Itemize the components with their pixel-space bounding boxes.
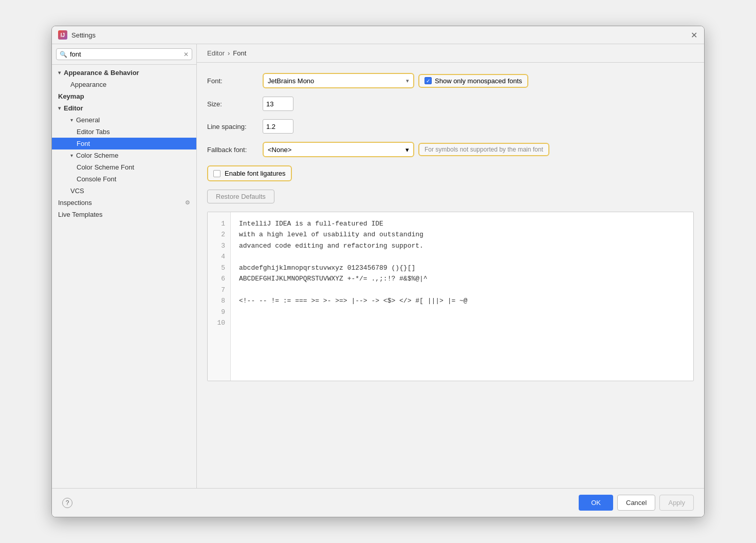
bottom-bar: ? OK Cancel Apply xyxy=(52,488,704,517)
sidebar-item-label: VCS xyxy=(70,187,84,195)
breadcrumb-parent: Editor xyxy=(207,49,225,57)
close-button[interactable]: ✕ xyxy=(690,31,698,39)
line-num-6: 6 xyxy=(213,273,225,284)
sidebar-item-live-templates[interactable]: Live Templates xyxy=(52,209,196,220)
show-monospaced-checkbox[interactable] xyxy=(425,77,432,84)
cancel-button[interactable]: Cancel xyxy=(617,495,655,511)
sidebar: 🔍 ✕ Appearance & Behavior Appearance Key… xyxy=(52,44,197,488)
ligatures-label: Enable font ligatures xyxy=(225,170,286,177)
sidebar-item-editor-tabs[interactable]: Editor Tabs xyxy=(52,126,196,138)
line-num-10: 10 xyxy=(213,317,225,328)
sidebar-item-label: General xyxy=(76,116,100,124)
title-bar: IJ Settings ✕ xyxy=(52,26,704,44)
expand-icon xyxy=(58,105,61,111)
sidebar-item-label: Live Templates xyxy=(58,211,102,218)
line-numbers: 1 2 3 4 5 6 7 8 9 10 xyxy=(208,212,231,381)
ok-button[interactable]: OK xyxy=(579,495,613,511)
font-value: JetBrains Mono xyxy=(268,77,314,85)
sidebar-item-keymap[interactable]: Keymap xyxy=(52,90,196,102)
size-input[interactable] xyxy=(263,97,293,111)
line-num-9: 9 xyxy=(213,307,225,317)
line-num-8: 8 xyxy=(213,295,225,306)
sidebar-item-color-scheme[interactable]: Color Scheme xyxy=(52,149,196,161)
breadcrumb-separator: › xyxy=(228,49,230,57)
line-num-5: 5 xyxy=(213,263,225,273)
sidebar-item-label: Inspections xyxy=(58,199,92,207)
sidebar-item-inspections[interactable]: Inspections ⚙ xyxy=(52,197,196,209)
expand-icon xyxy=(70,117,73,123)
settings-icon: ⚙ xyxy=(185,199,190,206)
right-panel: Editor › Font Font: JetBrains Mono ▾ Sho… xyxy=(197,44,704,488)
breadcrumb-current: Font xyxy=(233,49,246,57)
code-preview: IntelliJ IDEA is a full-featured IDE wit… xyxy=(231,212,693,381)
show-monospaced-label: Show only monospaced fonts xyxy=(435,77,522,85)
line-num-2: 2 xyxy=(213,229,225,240)
sidebar-item-label: Console Font xyxy=(77,175,116,183)
panel-content: Font: JetBrains Mono ▾ Show only monospa… xyxy=(197,63,704,488)
fallback-font-label: Fallback font: xyxy=(207,146,259,154)
show-monospaced-container: Show only monospaced fonts xyxy=(418,74,528,88)
font-dropdown[interactable]: JetBrains Mono ▾ xyxy=(263,73,414,88)
sidebar-item-editor[interactable]: Editor xyxy=(52,102,196,114)
line-spacing-input[interactable] xyxy=(263,119,293,134)
sidebar-item-label: Appearance xyxy=(70,81,106,88)
title-bar-left: IJ Settings xyxy=(58,30,96,40)
sidebar-item-font[interactable]: Font xyxy=(52,138,196,149)
action-buttons: OK Cancel Apply xyxy=(579,495,694,511)
sidebar-item-label: Keymap xyxy=(58,92,84,100)
size-field-row: Size: xyxy=(207,97,694,111)
sidebar-item-label: Appearance & Behavior xyxy=(64,69,139,77)
sidebar-item-appearance-behavior[interactable]: Appearance & Behavior xyxy=(52,67,196,79)
dialog-title: Settings xyxy=(71,31,96,39)
ligatures-checkbox[interactable] xyxy=(213,170,220,177)
search-icon: 🔍 xyxy=(60,51,67,58)
nav-tree: Appearance & Behavior Appearance Keymap … xyxy=(52,65,196,488)
restore-defaults-button[interactable]: Restore Defaults xyxy=(207,190,274,203)
sidebar-item-label: Editor xyxy=(64,104,83,112)
sidebar-item-label: Editor Tabs xyxy=(77,128,110,136)
fallback-hint: For symbols not supported by the main fo… xyxy=(418,143,549,156)
line-num-1: 1 xyxy=(213,218,225,229)
sidebar-item-label: Font xyxy=(77,140,90,147)
search-input-wrap: 🔍 ✕ xyxy=(56,48,192,60)
fallback-font-value: <None> xyxy=(268,146,291,154)
font-label: Font: xyxy=(207,77,259,85)
preview-area: 1 2 3 4 5 6 7 8 9 10 IntelliJ IDEA is a … xyxy=(207,212,694,381)
expand-icon xyxy=(70,153,73,158)
line-num-3: 3 xyxy=(213,240,225,251)
line-spacing-label: Line spacing: xyxy=(207,123,259,130)
fallback-dropdown-arrow: ▾ xyxy=(405,146,409,154)
sidebar-item-color-scheme-font[interactable]: Color Scheme Font xyxy=(52,161,196,173)
sidebar-item-general[interactable]: General xyxy=(52,114,196,126)
sidebar-item-console-font[interactable]: Console Font xyxy=(52,173,196,185)
sidebar-item-label: Color Scheme xyxy=(76,152,118,159)
font-field-row: Font: JetBrains Mono ▾ Show only monospa… xyxy=(207,73,694,88)
ligatures-row: Enable font ligatures xyxy=(207,165,292,181)
sidebar-item-label: Color Scheme Font xyxy=(77,163,134,171)
fallback-font-row: Fallback font: <None> ▾ For symbols not … xyxy=(207,142,694,157)
line-num-4: 4 xyxy=(213,251,225,262)
search-box: 🔍 ✕ xyxy=(52,44,196,65)
main-content: 🔍 ✕ Appearance & Behavior Appearance Key… xyxy=(52,44,704,488)
font-dropdown-arrow: ▾ xyxy=(406,78,409,84)
app-icon: IJ xyxy=(58,30,67,40)
settings-dialog: IJ Settings ✕ 🔍 ✕ Appearance & Behavior xyxy=(51,26,705,517)
breadcrumb: Editor › Font xyxy=(197,44,704,63)
sidebar-item-vcs[interactable]: VCS xyxy=(52,185,196,197)
fallback-font-dropdown[interactable]: <None> ▾ xyxy=(263,142,414,157)
apply-button[interactable]: Apply xyxy=(659,495,694,511)
expand-icon xyxy=(58,70,61,76)
search-input[interactable] xyxy=(70,50,181,58)
clear-icon[interactable]: ✕ xyxy=(183,51,189,58)
help-button[interactable]: ? xyxy=(62,498,72,508)
line-spacing-field-row: Line spacing: xyxy=(207,119,694,134)
line-num-7: 7 xyxy=(213,285,225,295)
sidebar-item-appearance[interactable]: Appearance xyxy=(52,79,196,90)
size-label: Size: xyxy=(207,100,259,108)
